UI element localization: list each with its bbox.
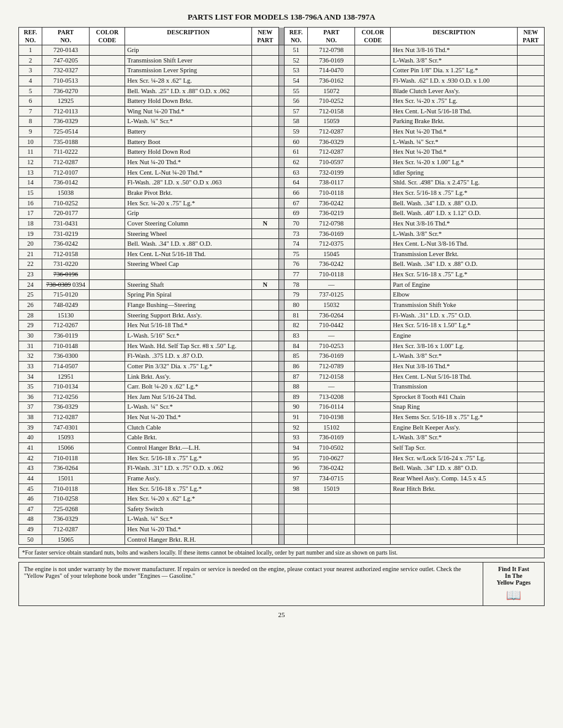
parts-table: REF.NO. PARTNO. COLORCODE DESCRIPTION NE… bbox=[18, 27, 545, 545]
table-row: 31 bbox=[19, 341, 42, 351]
warranty-text: The engine is not under warranty by the … bbox=[19, 563, 483, 605]
table-row: 30 bbox=[19, 330, 42, 341]
find-fast-line2: In The bbox=[505, 572, 522, 579]
table-row: 44 bbox=[19, 473, 42, 483]
table-row: 42 bbox=[19, 453, 42, 463]
table-row: 11 bbox=[19, 147, 42, 157]
header-desc-r: DESCRIPTION bbox=[391, 28, 517, 45]
find-fast-line1: Find It Fast bbox=[498, 566, 529, 572]
footer-warranty: The engine is not under warranty by the … bbox=[18, 562, 545, 606]
table-row: 37 bbox=[19, 402, 42, 412]
table-row: 28 bbox=[19, 310, 42, 320]
find-fast-line3: Yellow Pages bbox=[497, 579, 530, 586]
table-row: 39 bbox=[19, 422, 42, 433]
table-row: 23 bbox=[19, 270, 42, 280]
table-row: 5 bbox=[19, 86, 42, 96]
table-row: 34 bbox=[19, 371, 42, 382]
table-row: 40 bbox=[19, 433, 42, 443]
table-row: 22 bbox=[19, 259, 42, 270]
table-row: 12 bbox=[19, 157, 42, 168]
footer-note: *For faster service obtain standard nuts… bbox=[18, 547, 545, 558]
table-row: 32 bbox=[19, 351, 42, 362]
table-row: 45 bbox=[19, 483, 42, 494]
table-row: 36 bbox=[19, 392, 42, 402]
table-row: 26 bbox=[19, 300, 42, 311]
page-title: PARTS LIST FOR MODELS 138-796A AND 138-7… bbox=[18, 12, 545, 22]
table-row: 33 bbox=[19, 361, 42, 371]
table-row: 24 bbox=[19, 279, 42, 290]
table-row: 46 bbox=[19, 494, 42, 504]
table-row: 10 bbox=[19, 137, 42, 147]
table-row: 15 bbox=[19, 188, 42, 198]
table-row: 19 bbox=[19, 229, 42, 239]
header-ref: REF.NO. bbox=[19, 28, 42, 45]
table-row: 20 bbox=[19, 239, 42, 249]
header-part: PARTNO. bbox=[42, 28, 90, 45]
table-row: 18 bbox=[19, 218, 42, 229]
table-row: 29 bbox=[19, 320, 42, 331]
table-row: 3 bbox=[19, 66, 42, 76]
table-row: 6 bbox=[19, 96, 42, 107]
header-color: COLORCODE bbox=[90, 28, 125, 45]
table-row: 7 bbox=[19, 106, 42, 116]
table-row: 1 bbox=[19, 45, 42, 56]
header-part-r: PARTNO. bbox=[308, 28, 355, 45]
header-desc: DESCRIPTION bbox=[125, 28, 251, 45]
table-row: 14 bbox=[19, 178, 42, 188]
header-new-r: NEWPART bbox=[517, 28, 544, 45]
table-row: 25 bbox=[19, 290, 42, 300]
yellow-pages-icon: 📖 bbox=[506, 588, 521, 602]
header-ref-r: REF.NO. bbox=[285, 28, 308, 45]
find-fast-box: Find It Fast In The Yellow Pages 📖 bbox=[483, 563, 544, 605]
table-row: 49 bbox=[19, 525, 42, 535]
table-row: 48 bbox=[19, 514, 42, 525]
header-color-r: COLORCODE bbox=[355, 28, 391, 45]
table-row: 16 bbox=[19, 198, 42, 208]
table-row: 13 bbox=[19, 167, 42, 178]
table-row: 47 bbox=[19, 504, 42, 514]
table-row: 41 bbox=[19, 442, 42, 453]
table-row: 50 bbox=[19, 534, 42, 545]
table-row: 17 bbox=[19, 208, 42, 219]
table-row: 21 bbox=[19, 249, 42, 259]
table-row: 9 bbox=[19, 127, 42, 137]
page-number: 25 bbox=[18, 611, 545, 618]
table-row: 4 bbox=[19, 75, 42, 86]
table-row: 38 bbox=[19, 412, 42, 423]
table-row: 43 bbox=[19, 463, 42, 474]
table-row: 35 bbox=[19, 382, 42, 392]
table-row: 2 bbox=[19, 55, 42, 66]
header-new: NEWPART bbox=[251, 28, 278, 45]
table-row: 8 bbox=[19, 116, 42, 127]
